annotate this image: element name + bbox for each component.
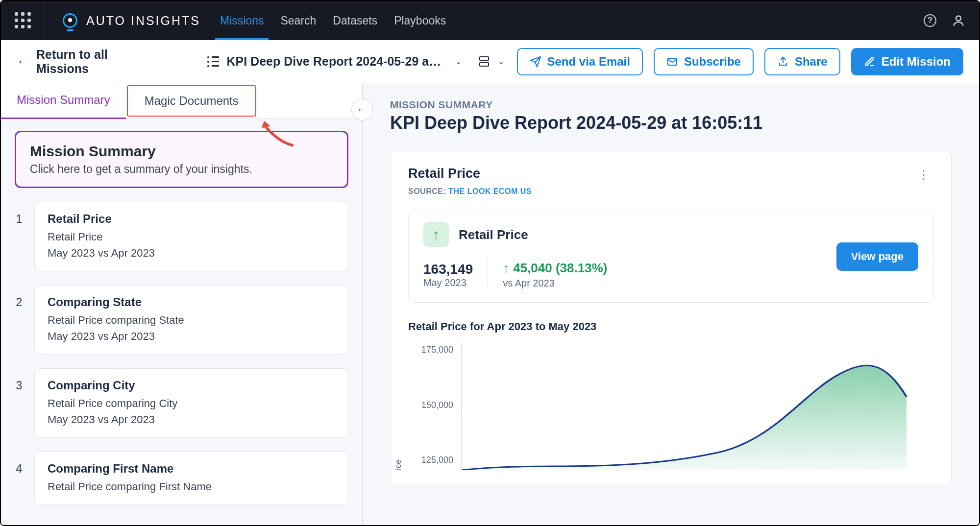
insight-line1: Retail Price comparing First Name xyxy=(48,478,335,495)
section-label: MISSION SUMMARY xyxy=(390,99,952,111)
nav-link-missions[interactable]: Missions xyxy=(220,1,264,40)
metric-value: 163,149 xyxy=(423,262,473,277)
arrow-left-icon: ← xyxy=(17,54,29,69)
page-title: KPI Deep Dive Report 2024-05-29 at 16:05… xyxy=(390,113,952,133)
source-link[interactable]: THE LOOK ECOM US xyxy=(448,187,532,195)
subscribe-label: Subscribe xyxy=(684,55,741,69)
layout-toggle[interactable]: ⌄ xyxy=(479,55,509,68)
list-item: 4 Comparing First Name Retail Price comp… xyxy=(15,452,348,505)
mission-title: KPI Deep Dive Report 2024-05-29 at … xyxy=(227,54,442,69)
item-number: 2 xyxy=(15,285,24,309)
send-label: Send via Email xyxy=(547,55,630,69)
insight-card-4[interactable]: Comparing First Name Retail Price compar… xyxy=(34,452,348,505)
divider xyxy=(488,258,488,291)
item-number: 4 xyxy=(15,452,24,476)
chart-title: Retail Price for Apr 2023 to May 2023 xyxy=(408,320,933,333)
trend-up-icon: ↑ xyxy=(423,222,449,247)
summary-subtitle: Click here to get a summary of your insi… xyxy=(30,163,333,176)
metric-period: May 2023 xyxy=(423,277,473,288)
nav-link-search[interactable]: Search xyxy=(280,1,316,40)
source-line: SOURCE: THE LOOK ECOM US xyxy=(408,187,532,196)
apps-grid-icon[interactable] xyxy=(1,1,45,40)
panel-menu-icon[interactable]: ⋮ xyxy=(914,166,933,184)
share-button[interactable]: Share xyxy=(764,48,840,75)
arrow-up-icon: ↑ xyxy=(503,261,509,276)
sidebar: Mission Summary Magic Documents ← Missio… xyxy=(1,83,363,525)
top-navbar: AUTO INSIGHTS Missions Search Datasets P… xyxy=(1,1,979,40)
share-label: Share xyxy=(795,55,828,69)
user-icon[interactable] xyxy=(952,14,965,27)
nav-link-playbooks[interactable]: Playbooks xyxy=(394,1,446,40)
insight-card-3[interactable]: Comparing City Retail Price comparing Ci… xyxy=(34,368,348,438)
content-pane: MISSION SUMMARY KPI Deep Dive Report 202… xyxy=(363,83,979,525)
edit-mission-button[interactable]: Edit Mission xyxy=(851,48,963,75)
help-icon[interactable]: ? xyxy=(923,14,937,27)
nav-link-datasets[interactable]: Datasets xyxy=(333,1,377,40)
insight-line2: May 2023 vs Apr 2023 xyxy=(48,245,335,261)
summary-title: Mission Summary xyxy=(30,143,333,160)
insight-panel: Retail Price SOURCE: THE LOOK ECOM US ⋮ … xyxy=(390,151,952,485)
metric-delta: ↑45,040 (38.13%) xyxy=(503,261,607,276)
return-to-missions[interactable]: ← Return to all Missions xyxy=(17,48,131,76)
metric-compare: vs Apr 2023 xyxy=(503,278,607,289)
mission-summary-card[interactable]: Mission Summary Click here to get a summ… xyxy=(15,131,348,188)
metric-box: ↑ Retail Price 163,149 May 2023 ↑45,040 … xyxy=(408,211,933,303)
metric-label: Retail Price xyxy=(459,227,528,242)
y-ticks: 175,000 150,000 125,000 xyxy=(408,343,457,470)
item-number: 1 xyxy=(15,202,24,226)
insight-card-2[interactable]: Comparing State Retail Price comparing S… xyxy=(34,285,348,355)
send-email-button[interactable]: Send via Email xyxy=(517,48,643,75)
insight-title: Retail Price xyxy=(48,212,335,226)
y-axis-label: ice xyxy=(393,459,403,470)
mission-dropdown[interactable]: ⌄ xyxy=(450,55,466,68)
brand[interactable]: AUTO INSIGHTS xyxy=(45,13,200,28)
view-page-button[interactable]: View page xyxy=(836,242,918,271)
chevron-down-icon: ⌄ xyxy=(493,55,509,68)
mission-toolbar: ← Return to all Missions KPI Deep Dive R… xyxy=(1,40,979,83)
insight-line1: Retail Price comparing State xyxy=(48,312,335,328)
insight-title: Comparing State xyxy=(48,295,335,309)
insight-line1: Retail Price xyxy=(48,229,335,245)
insight-line2: May 2023 vs Apr 2023 xyxy=(48,411,335,428)
return-label: Return to all Missions xyxy=(36,48,131,76)
insight-title: Comparing City xyxy=(48,379,335,392)
tab-mission-summary[interactable]: Mission Summary xyxy=(1,83,126,119)
brand-logo-icon xyxy=(63,13,77,28)
insight-line2: May 2023 vs Apr 2023 xyxy=(48,328,335,344)
chart: ice 175,000 150,000 125,000 xyxy=(408,343,933,470)
sidebar-tabs: Mission Summary Magic Documents xyxy=(1,83,362,119)
brand-name: AUTO INSIGHTS xyxy=(86,14,200,28)
nav-links: Missions Search Datasets Playbooks xyxy=(220,1,446,40)
list-item: 2 Comparing State Retail Price comparing… xyxy=(15,285,348,355)
item-number: 3 xyxy=(15,368,24,392)
tab-magic-documents[interactable]: Magic Documents xyxy=(127,85,256,117)
insight-card-1[interactable]: Retail Price Retail Price May 2023 vs Ap… xyxy=(34,202,348,271)
insight-line1: Retail Price comparing City xyxy=(48,395,335,411)
list-item: 1 Retail Price Retail Price May 2023 vs … xyxy=(15,202,348,271)
collapse-sidebar-button[interactable]: ← xyxy=(351,99,373,120)
list-icon xyxy=(207,56,219,67)
list-item: 3 Comparing City Retail Price comparing … xyxy=(15,368,348,438)
edit-label: Edit Mission xyxy=(882,55,951,69)
svg-point-0 xyxy=(956,16,961,21)
insight-title: Comparing First Name xyxy=(48,462,335,476)
panel-title: Retail Price xyxy=(408,166,532,181)
subscribe-button[interactable]: Subscribe xyxy=(654,48,754,75)
